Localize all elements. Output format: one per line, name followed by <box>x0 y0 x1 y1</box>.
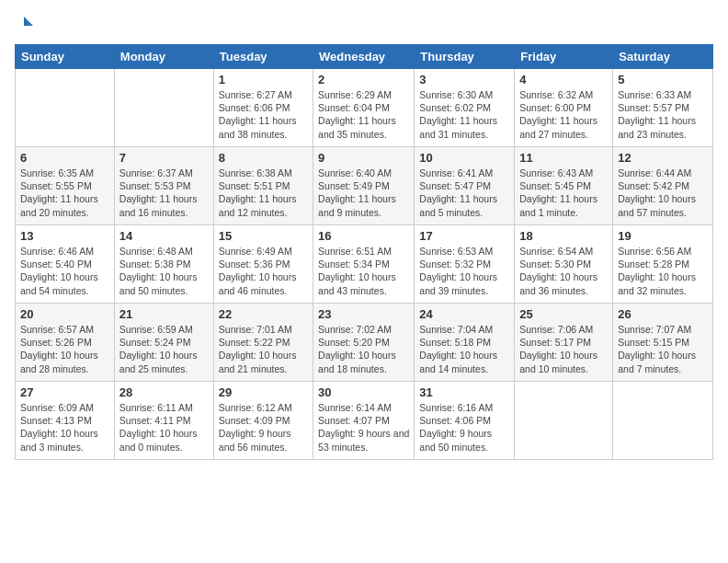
day-info: Sunrise: 7:07 AMSunset: 5:15 PMDaylight:… <box>618 323 708 375</box>
day-info: Sunrise: 6:37 AMSunset: 5:53 PMDaylight:… <box>119 167 209 219</box>
day-info: Sunrise: 6:33 AMSunset: 5:57 PMDaylight:… <box>618 88 708 141</box>
day-info: Sunrise: 6:57 AMSunset: 5:26 PMDaylight:… <box>20 323 109 375</box>
day-info: Sunrise: 6:38 AMSunset: 5:51 PMDaylight:… <box>219 167 308 219</box>
day-info: Sunrise: 6:43 AMSunset: 5:45 PMDaylight:… <box>519 167 608 219</box>
day-number: 6 <box>20 151 109 165</box>
day-info: Sunrise: 6:51 AMSunset: 5:34 PMDaylight:… <box>318 245 409 297</box>
calendar-week-row: 6Sunrise: 6:35 AMSunset: 5:55 PMDaylight… <box>16 147 713 225</box>
day-number: 11 <box>519 151 608 165</box>
weekday-header-sunday: Sunday <box>16 45 115 69</box>
calendar-cell: 22Sunrise: 7:01 AMSunset: 5:22 PMDayligh… <box>213 304 313 382</box>
day-info: Sunrise: 6:30 AMSunset: 6:02 PMDaylight:… <box>419 88 509 141</box>
calendar-cell: 20Sunrise: 6:57 AMSunset: 5:26 PMDayligh… <box>16 304 115 382</box>
day-info: Sunrise: 6:53 AMSunset: 5:32 PMDaylight:… <box>419 245 509 297</box>
calendar-cell: 10Sunrise: 6:41 AMSunset: 5:47 PMDayligh… <box>415 147 515 225</box>
weekday-header-row: SundayMondayTuesdayWednesdayThursdayFrid… <box>16 45 713 69</box>
day-number: 24 <box>419 307 509 321</box>
day-info: Sunrise: 6:14 AMSunset: 4:07 PMDaylight:… <box>318 401 409 454</box>
day-info: Sunrise: 6:44 AMSunset: 5:42 PMDaylight:… <box>618 167 708 219</box>
calendar-cell: 31Sunrise: 6:16 AMSunset: 4:06 PMDayligh… <box>415 382 515 460</box>
calendar-cell: 4Sunrise: 6:32 AMSunset: 6:00 PMDaylight… <box>515 69 613 147</box>
calendar-week-row: 27Sunrise: 6:09 AMSunset: 4:13 PMDayligh… <box>16 382 713 460</box>
calendar-cell: 26Sunrise: 7:07 AMSunset: 5:15 PMDayligh… <box>613 304 713 382</box>
day-number: 18 <box>519 229 608 243</box>
calendar-cell: 25Sunrise: 7:06 AMSunset: 5:17 PMDayligh… <box>515 304 613 382</box>
calendar-cell: 8Sunrise: 6:38 AMSunset: 5:51 PMDaylight… <box>213 147 313 225</box>
day-info: Sunrise: 7:04 AMSunset: 5:18 PMDaylight:… <box>419 323 509 375</box>
day-info: Sunrise: 6:32 AMSunset: 6:00 PMDaylight:… <box>519 88 608 141</box>
calendar-cell: 27Sunrise: 6:09 AMSunset: 4:13 PMDayligh… <box>16 382 115 460</box>
calendar-cell <box>613 382 713 460</box>
day-number: 31 <box>419 385 509 399</box>
day-number: 21 <box>119 307 209 321</box>
calendar-cell: 1Sunrise: 6:27 AMSunset: 6:06 PMDaylight… <box>213 69 313 147</box>
day-number: 22 <box>219 307 308 321</box>
calendar-cell: 9Sunrise: 6:40 AMSunset: 5:49 PMDaylight… <box>313 147 415 225</box>
day-info: Sunrise: 6:46 AMSunset: 5:40 PMDaylight:… <box>20 245 109 297</box>
day-number: 2 <box>318 73 409 86</box>
day-number: 28 <box>119 385 209 399</box>
day-number: 13 <box>20 229 109 243</box>
calendar-cell: 29Sunrise: 6:12 AMSunset: 4:09 PMDayligh… <box>213 382 313 460</box>
day-info: Sunrise: 7:06 AMSunset: 5:17 PMDaylight:… <box>519 323 608 375</box>
calendar-cell: 13Sunrise: 6:46 AMSunset: 5:40 PMDayligh… <box>16 225 115 304</box>
calendar-week-row: 13Sunrise: 6:46 AMSunset: 5:40 PMDayligh… <box>16 225 713 304</box>
calendar-week-row: 20Sunrise: 6:57 AMSunset: 5:26 PMDayligh… <box>16 304 713 382</box>
day-info: Sunrise: 6:49 AMSunset: 5:36 PMDaylight:… <box>219 245 308 297</box>
calendar-cell: 24Sunrise: 7:04 AMSunset: 5:18 PMDayligh… <box>415 304 515 382</box>
day-number: 20 <box>20 307 109 321</box>
day-info: Sunrise: 6:40 AMSunset: 5:49 PMDaylight:… <box>318 167 409 219</box>
day-info: Sunrise: 6:16 AMSunset: 4:06 PMDaylight:… <box>419 401 509 454</box>
calendar-cell <box>16 69 115 147</box>
calendar-cell: 30Sunrise: 6:14 AMSunset: 4:07 PMDayligh… <box>313 382 415 460</box>
day-info: Sunrise: 6:12 AMSunset: 4:09 PMDaylight:… <box>219 401 308 454</box>
weekday-header-friday: Friday <box>515 45 613 69</box>
day-number: 29 <box>219 385 308 399</box>
day-number: 17 <box>419 229 509 243</box>
day-number: 26 <box>618 307 708 321</box>
calendar-cell: 2Sunrise: 6:29 AMSunset: 6:04 PMDaylight… <box>313 69 415 147</box>
day-number: 4 <box>519 73 608 86</box>
day-number: 12 <box>618 151 708 165</box>
day-number: 10 <box>419 151 509 165</box>
day-number: 8 <box>219 151 308 165</box>
calendar-cell: 19Sunrise: 6:56 AMSunset: 5:28 PMDayligh… <box>613 225 713 304</box>
day-number: 7 <box>119 151 209 165</box>
day-number: 15 <box>219 229 308 243</box>
day-info: Sunrise: 6:09 AMSunset: 4:13 PMDaylight:… <box>20 401 109 454</box>
day-number: 25 <box>519 307 608 321</box>
calendar-cell: 7Sunrise: 6:37 AMSunset: 5:53 PMDaylight… <box>114 147 213 225</box>
day-number: 19 <box>618 229 708 243</box>
day-number: 1 <box>219 73 308 86</box>
day-number: 5 <box>618 73 708 86</box>
logo <box>15 15 35 35</box>
day-info: Sunrise: 6:11 AMSunset: 4:11 PMDaylight:… <box>119 401 209 454</box>
calendar-cell: 14Sunrise: 6:48 AMSunset: 5:38 PMDayligh… <box>114 225 213 304</box>
day-info: Sunrise: 6:29 AMSunset: 6:04 PMDaylight:… <box>318 88 409 141</box>
day-info: Sunrise: 6:27 AMSunset: 6:06 PMDaylight:… <box>219 88 308 141</box>
day-number: 23 <box>318 307 409 321</box>
day-info: Sunrise: 6:59 AMSunset: 5:24 PMDaylight:… <box>119 323 209 375</box>
calendar-cell: 18Sunrise: 6:54 AMSunset: 5:30 PMDayligh… <box>515 225 613 304</box>
day-number: 14 <box>119 229 209 243</box>
calendar-cell: 5Sunrise: 6:33 AMSunset: 5:57 PMDaylight… <box>613 69 713 147</box>
calendar-week-row: 1Sunrise: 6:27 AMSunset: 6:06 PMDaylight… <box>16 69 713 147</box>
day-number: 16 <box>318 229 409 243</box>
weekday-header-monday: Monday <box>114 45 213 69</box>
calendar-cell <box>515 382 613 460</box>
calendar-cell: 15Sunrise: 6:49 AMSunset: 5:36 PMDayligh… <box>213 225 313 304</box>
day-info: Sunrise: 7:01 AMSunset: 5:22 PMDaylight:… <box>219 323 308 375</box>
calendar-cell: 16Sunrise: 6:51 AMSunset: 5:34 PMDayligh… <box>313 225 415 304</box>
calendar-cell: 3Sunrise: 6:30 AMSunset: 6:02 PMDaylight… <box>415 69 515 147</box>
day-info: Sunrise: 6:48 AMSunset: 5:38 PMDaylight:… <box>119 245 209 297</box>
calendar-table: SundayMondayTuesdayWednesdayThursdayFrid… <box>15 44 713 460</box>
day-info: Sunrise: 6:54 AMSunset: 5:30 PMDaylight:… <box>519 245 608 297</box>
calendar-cell <box>114 69 213 147</box>
svg-marker-0 <box>24 17 33 26</box>
day-info: Sunrise: 6:56 AMSunset: 5:28 PMDaylight:… <box>618 245 708 297</box>
page-header <box>15 15 713 35</box>
day-info: Sunrise: 7:02 AMSunset: 5:20 PMDaylight:… <box>318 323 409 375</box>
calendar-cell: 23Sunrise: 7:02 AMSunset: 5:20 PMDayligh… <box>313 304 415 382</box>
calendar-cell: 12Sunrise: 6:44 AMSunset: 5:42 PMDayligh… <box>613 147 713 225</box>
calendar-cell: 17Sunrise: 6:53 AMSunset: 5:32 PMDayligh… <box>415 225 515 304</box>
